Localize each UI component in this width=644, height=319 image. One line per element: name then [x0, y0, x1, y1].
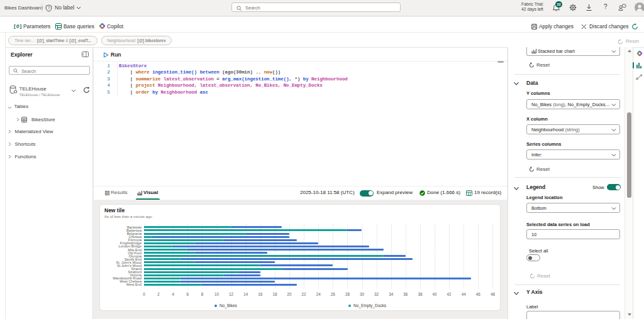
svg-text:?: ? [48, 6, 50, 10]
